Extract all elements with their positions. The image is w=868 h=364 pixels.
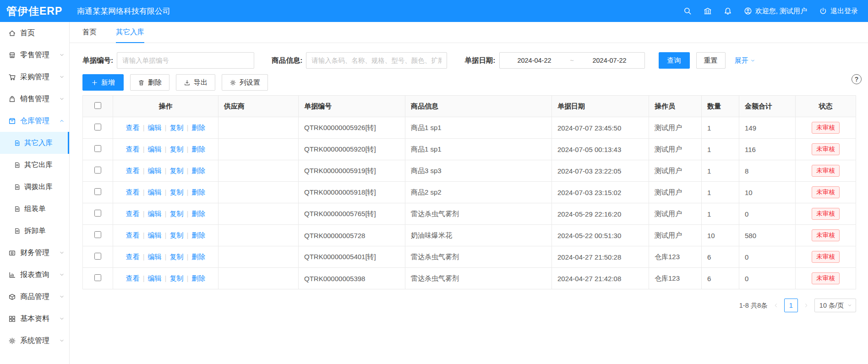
action-delete-link[interactable]: 删除	[191, 188, 205, 196]
row-checkbox[interactable]	[94, 231, 101, 238]
action-view-link[interactable]: 查看	[126, 188, 140, 196]
action-edit-link[interactable]: 编辑	[148, 274, 162, 282]
logout-button[interactable]: 退出登录	[819, 7, 858, 16]
action-delete-link[interactable]: 删除	[191, 210, 205, 217]
action-view-link[interactable]: 查看	[126, 124, 140, 131]
action-copy-link[interactable]: 复制	[169, 145, 183, 153]
action-separator: |	[143, 124, 145, 131]
row-checkbox[interactable]	[94, 145, 101, 152]
action-delete-link[interactable]: 删除	[191, 167, 205, 174]
row-checkbox[interactable]	[94, 210, 101, 217]
sidebar-item-sales[interactable]: 销售管理	[0, 88, 69, 110]
export-button[interactable]: 导出	[176, 74, 215, 91]
date-range-picker[interactable]: ~	[499, 52, 645, 69]
sidebar-item-home[interactable]: 首页	[0, 22, 69, 44]
sidebar-item-report[interactable]: 报表查询	[0, 264, 69, 286]
action-delete-link[interactable]: 删除	[191, 231, 205, 239]
row-select-cell	[83, 268, 113, 289]
action-edit-link[interactable]: 编辑	[148, 231, 162, 239]
action-separator: |	[186, 274, 188, 282]
row-checkbox[interactable]	[94, 188, 101, 195]
action-copy-link[interactable]: 复制	[169, 210, 183, 217]
action-separator: |	[143, 253, 145, 261]
sidebar-subitem-transfer-out[interactable]: 调拨出库	[0, 176, 69, 198]
sidebar-item-goods[interactable]: 商品管理	[0, 286, 69, 308]
current-page-button[interactable]: 1	[784, 299, 798, 312]
sidebar-subitem-disassembly[interactable]: 拆卸单	[0, 220, 69, 242]
add-button-label: 新增	[101, 78, 115, 87]
action-copy-link[interactable]: 复制	[169, 188, 183, 196]
expand-link-text: 展开	[735, 56, 748, 65]
header-icon-group	[683, 7, 732, 15]
column-settings-button[interactable]: 列设置	[222, 74, 268, 91]
action-view-link[interactable]: 查看	[126, 274, 140, 282]
tab-other-in[interactable]: 其它入库	[116, 22, 144, 43]
select-all-checkbox[interactable]	[94, 102, 101, 109]
cell-date: 2024-05-29 22:16:20	[552, 203, 649, 225]
action-separator: |	[143, 167, 145, 174]
warehouse-icon	[8, 117, 16, 125]
expand-link[interactable]: 展开	[735, 56, 755, 65]
finance-icon	[8, 249, 16, 257]
welcome-user[interactable]: 欢迎您, 测试用户	[744, 7, 807, 16]
action-copy-link[interactable]: 复制	[169, 167, 183, 174]
bell-button[interactable]	[724, 7, 732, 15]
action-view-link[interactable]: 查看	[126, 210, 140, 217]
sidebar-item-basic[interactable]: 基本资料	[0, 308, 69, 330]
action-edit-link[interactable]: 编辑	[148, 145, 162, 153]
action-edit-link[interactable]: 编辑	[148, 167, 162, 174]
row-select-cell	[83, 139, 113, 160]
action-delete-link[interactable]: 删除	[191, 145, 205, 153]
action-view-link[interactable]: 查看	[126, 167, 140, 174]
help-icon[interactable]: ?	[852, 74, 862, 84]
action-copy-link[interactable]: 复制	[169, 253, 183, 261]
row-checkbox[interactable]	[94, 253, 101, 260]
sidebar-subitem-assembly[interactable]: 组装单	[0, 198, 69, 220]
bank-button[interactable]	[704, 7, 712, 15]
row-checkbox[interactable]	[94, 124, 101, 130]
sidebar-item-finance[interactable]: 财务管理	[0, 242, 69, 264]
action-view-link[interactable]: 查看	[126, 231, 140, 239]
row-checkbox[interactable]	[94, 167, 101, 174]
page-size-select[interactable]: 10 条/页	[814, 299, 856, 312]
sidebar-item-system[interactable]: 系统管理	[0, 330, 69, 352]
action-view-link[interactable]: 查看	[126, 145, 140, 153]
action-edit-link[interactable]: 编辑	[148, 124, 162, 131]
next-page-button[interactable]	[803, 303, 809, 308]
action-separator: |	[165, 210, 167, 217]
add-button[interactable]: 新增	[82, 74, 124, 91]
chevron-down-icon	[847, 302, 852, 309]
action-delete-link[interactable]: 删除	[191, 274, 205, 282]
action-copy-link[interactable]: 复制	[169, 231, 183, 239]
delete-button[interactable]: 删除	[130, 74, 169, 91]
date-from-input[interactable]	[500, 57, 569, 64]
cell-supplier	[218, 268, 299, 289]
sidebar-item-warehouse[interactable]: 仓库管理	[0, 110, 69, 132]
date-to-input[interactable]	[575, 57, 644, 64]
sidebar-item-retail[interactable]: 零售管理	[0, 44, 69, 66]
search-button[interactable]: 查询	[659, 52, 690, 69]
action-edit-link[interactable]: 编辑	[148, 188, 162, 196]
sidebar-item-purchase[interactable]: 采购管理	[0, 66, 69, 88]
system-icon	[8, 337, 16, 345]
row-checkbox[interactable]	[94, 274, 101, 281]
tab-home[interactable]: 首页	[82, 22, 97, 43]
reset-button[interactable]: 重置	[696, 52, 726, 69]
action-copy-link[interactable]: 复制	[169, 274, 183, 282]
row-select-cell	[83, 182, 113, 203]
cell-qty: 6	[702, 246, 739, 268]
sidebar-subitem-other-out[interactable]: 其它出库	[0, 154, 69, 176]
action-delete-link[interactable]: 删除	[191, 124, 205, 131]
action-copy-link[interactable]: 复制	[169, 124, 183, 131]
order-no-input[interactable]	[117, 52, 254, 69]
action-edit-link[interactable]: 编辑	[148, 253, 162, 261]
action-view-link[interactable]: 查看	[126, 253, 140, 261]
column-header: 金额合计	[739, 96, 796, 117]
cell-status: 未审核	[796, 246, 856, 268]
action-delete-link[interactable]: 删除	[191, 253, 205, 261]
product-info-input[interactable]	[306, 52, 447, 69]
action-edit-link[interactable]: 编辑	[148, 210, 162, 217]
search-button[interactable]	[683, 7, 692, 15]
prev-page-button[interactable]	[773, 303, 779, 308]
sidebar-subitem-other-in[interactable]: 其它入库	[0, 132, 69, 154]
